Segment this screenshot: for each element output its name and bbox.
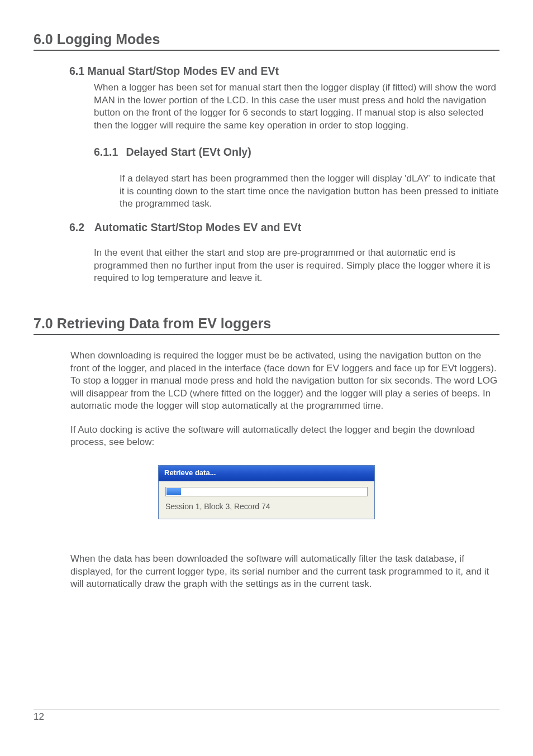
progress-fill <box>166 488 181 495</box>
paragraph-7-1: When downloading is required the logger … <box>70 350 499 412</box>
dialog-screenshot: Retrieve data... Session 1, Block 3, Rec… <box>70 465 499 519</box>
heading-7: 7.0 Retrieving Data from EV loggers <box>34 315 499 335</box>
dialog-title: Retrieve data... <box>159 466 374 481</box>
heading-6-1: 6.1 Manual Start/Stop Modes EV and EVt <box>69 64 499 78</box>
progress-bar <box>165 487 368 496</box>
heading-6-2: 6.2 Automatic Start/Stop Modes EV and EV… <box>69 221 499 235</box>
dialog-body: Session 1, Block 3, Record 74 <box>159 481 374 519</box>
paragraph-6-2: In the event that either the start and s… <box>94 247 499 284</box>
page-footer: 12 <box>34 710 499 722</box>
paragraph-6-1-1: If a delayed start has been programmed t… <box>120 173 499 210</box>
paragraph-6-1: When a logger has been set for manual st… <box>94 82 499 132</box>
progress-status: Session 1, Block 3, Record 74 <box>165 502 368 511</box>
paragraph-7-3: When the data has been downloaded the so… <box>70 553 499 590</box>
heading-6-1-1: 6.1.1 Delayed Start (EVt Only) <box>94 145 499 159</box>
heading-6-2-title: Automatic Start/Stop Modes EV and EVt <box>94 221 302 233</box>
heading-6-2-num: 6.2 <box>69 221 92 235</box>
heading-6-1-1-num: 6.1.1 <box>94 145 118 159</box>
retrieve-data-dialog: Retrieve data... Session 1, Block 3, Rec… <box>158 465 375 519</box>
heading-6: 6.0 Logging Modes <box>34 31 499 51</box>
paragraph-7-2: If Auto docking is active the software w… <box>70 424 499 449</box>
page-number: 12 <box>34 711 44 722</box>
heading-6-1-1-title: Delayed Start (EVt Only) <box>126 145 251 159</box>
